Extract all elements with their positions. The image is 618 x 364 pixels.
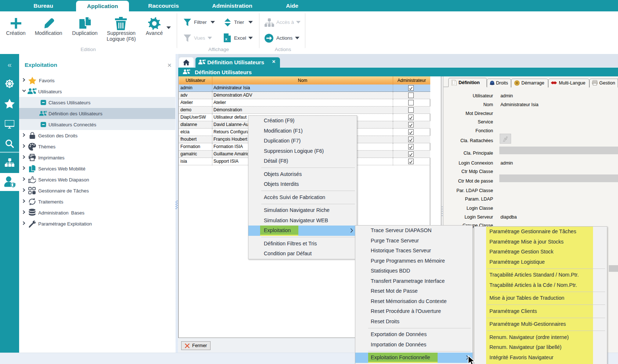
svg-text:x: x bbox=[225, 37, 227, 41]
